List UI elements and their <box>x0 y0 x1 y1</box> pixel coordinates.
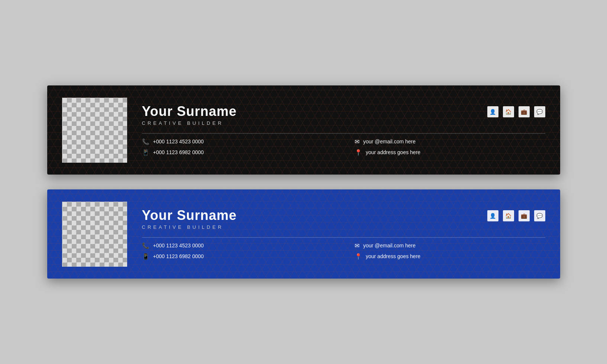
social-icon-briefcase-blue[interactable]: 💼 <box>519 210 530 221</box>
address-icon-blue: 📍 <box>355 253 362 260</box>
social-icon-person-blue[interactable]: 👤 <box>487 210 498 221</box>
phone2-text-dark: +000 1123 6982 0000 <box>153 149 204 155</box>
contact-section-dark: 📞 +000 1123 4523 0000 ✉ your @email.com … <box>142 138 545 156</box>
photo-placeholder-dark <box>62 98 127 163</box>
social-icons-blue: 👤 🏠 💼 💬 <box>487 210 545 221</box>
top-section-dark: Your Surname CREATIVE BUILDER 👤 🏠 💼 💬 <box>142 104 545 126</box>
social-icons-dark: 👤 🏠 💼 💬 <box>487 106 545 117</box>
name-dark: Your Surname <box>142 104 237 119</box>
phone2-item-dark: 📱 +000 1123 6982 0000 <box>142 149 333 156</box>
email-text-blue: your @email.com here <box>363 243 416 248</box>
contact-section-blue: 📞 +000 1123 4523 0000 ✉ your @email.com … <box>142 242 545 260</box>
phone2-icon-dark: 📱 <box>142 149 149 156</box>
address-item-blue: 📍 your address goes here <box>355 253 545 260</box>
email-signature-blue: Your Surname CREATIVE BUILDER 👤 🏠 💼 💬 📞 … <box>47 189 560 279</box>
address-text-blue: your address goes here <box>366 253 420 259</box>
phone1-icon-blue: 📞 <box>142 242 149 249</box>
email-icon-dark: ✉ <box>355 138 359 145</box>
email-signature-dark: Your Surname CREATIVE BUILDER 👤 🏠 💼 💬 📞 … <box>47 85 560 175</box>
divider-dark <box>142 133 545 134</box>
address-item-dark: 📍 your address goes here <box>355 149 545 156</box>
title-dark: CREATIVE BUILDER <box>142 120 237 126</box>
phone2-text-blue: +000 1123 6982 0000 <box>153 253 204 259</box>
top-section-blue: Your Surname CREATIVE BUILDER 👤 🏠 💼 💬 <box>142 208 545 230</box>
name-title-blue: Your Surname CREATIVE BUILDER <box>142 208 237 230</box>
email-item-blue: ✉ your @email.com here <box>355 242 545 249</box>
social-icon-home-blue[interactable]: 🏠 <box>503 210 514 221</box>
phone2-item-blue: 📱 +000 1123 6982 0000 <box>142 253 333 260</box>
email-item-dark: ✉ your @email.com here <box>355 138 545 145</box>
social-icon-chat-dark[interactable]: 💬 <box>534 106 545 117</box>
phone1-item-dark: 📞 +000 1123 4523 0000 <box>142 138 333 145</box>
address-text-dark: your address goes here <box>366 149 420 155</box>
phone1-text-blue: +000 1123 4523 0000 <box>153 243 204 248</box>
email-text-dark: your @email.com here <box>363 139 416 144</box>
social-icon-home-dark[interactable]: 🏠 <box>503 106 514 117</box>
email-icon-blue: ✉ <box>355 242 359 249</box>
social-icon-person-dark[interactable]: 👤 <box>487 106 498 117</box>
title-blue: CREATIVE BUILDER <box>142 224 237 230</box>
phone1-item-blue: 📞 +000 1123 4523 0000 <box>142 242 333 249</box>
phone1-text-dark: +000 1123 4523 0000 <box>153 139 204 144</box>
card-content-blue: Your Surname CREATIVE BUILDER 👤 🏠 💼 💬 📞 … <box>127 208 545 260</box>
phone2-icon-blue: 📱 <box>142 253 149 260</box>
name-title-dark: Your Surname CREATIVE BUILDER <box>142 104 237 126</box>
photo-placeholder-blue <box>62 202 127 267</box>
phone1-icon-dark: 📞 <box>142 138 149 145</box>
social-icon-briefcase-dark[interactable]: 💼 <box>519 106 530 117</box>
social-icon-chat-blue[interactable]: 💬 <box>534 210 545 221</box>
address-icon-dark: 📍 <box>355 149 362 156</box>
divider-blue <box>142 237 545 238</box>
card-content-dark: Your Surname CREATIVE BUILDER 👤 🏠 💼 💬 📞 … <box>127 104 545 156</box>
name-blue: Your Surname <box>142 208 237 223</box>
